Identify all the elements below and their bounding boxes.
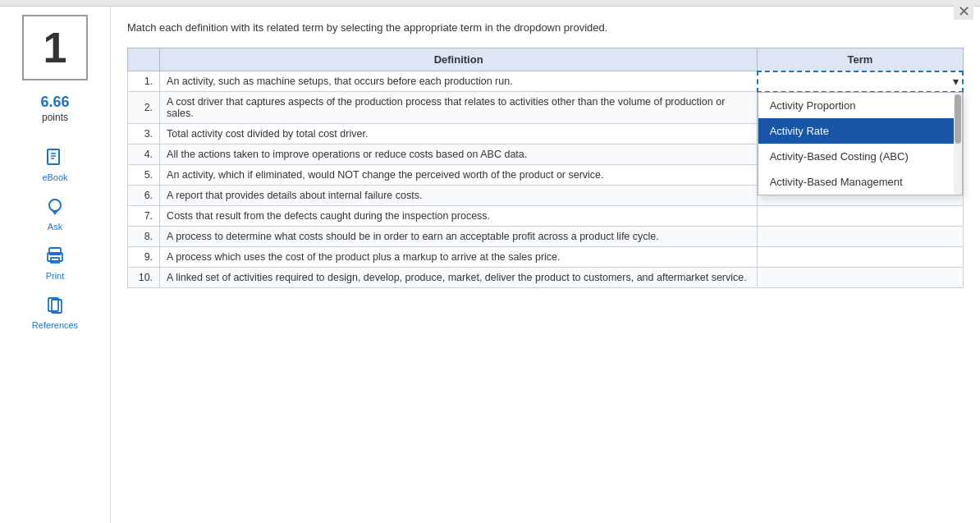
- references-icon: [44, 294, 66, 317]
- col-definition-header: Definition: [160, 48, 758, 71]
- dropdown-option[interactable]: Activity-Based Management: [758, 169, 962, 195]
- term-cell[interactable]: [758, 247, 963, 268]
- row-number: 10.: [128, 268, 160, 288]
- ask-tool[interactable]: Ask: [44, 195, 66, 232]
- ebook-label: eBook: [42, 172, 67, 182]
- svg-marker-5: [52, 210, 58, 215]
- col-term-header: Term: [758, 48, 963, 71]
- table-row: 1.An activity, such as machine setups, t…: [128, 71, 964, 92]
- dropdown-arrow[interactable]: ▾: [953, 75, 959, 88]
- svg-point-4: [49, 200, 61, 211]
- row-number: 6.: [128, 186, 160, 206]
- row-number: 4.: [128, 145, 160, 165]
- row-number: 9.: [128, 247, 160, 268]
- definition-cell: Costs that result from the defects caugh…: [160, 206, 758, 227]
- table-row: 8.A process to determine what costs shou…: [128, 227, 964, 247]
- row-number: 5.: [128, 165, 160, 186]
- col-num-header: [128, 48, 160, 71]
- ask-icon: [44, 195, 66, 218]
- scrollbar: [954, 93, 962, 195]
- print-label: Print: [46, 271, 65, 281]
- references-label: References: [32, 320, 78, 330]
- definition-cell: A cost driver that captures aspects of t…: [160, 92, 758, 124]
- table-row: 10.A linked set of activities required t…: [128, 268, 964, 288]
- definition-cell: A linked set of activities required to d…: [160, 268, 758, 288]
- question-number-box: 1: [22, 15, 88, 80]
- definition-cell: A report that provides details about int…: [160, 186, 758, 206]
- dropdown-items: Activity ProportionActivity RateActivity…: [758, 93, 962, 195]
- table-row: 7.Costs that result from the defects cau…: [128, 206, 964, 227]
- sidebar-tools: eBook Ask: [32, 146, 78, 330]
- definition-cell: An activity, which if eliminated, would …: [160, 165, 758, 186]
- definition-cell: Total activity cost divided by total cos…: [160, 124, 758, 145]
- print-icon: [44, 245, 66, 268]
- main-content: Match each definition with its related t…: [111, 7, 980, 523]
- svg-rect-8: [51, 258, 59, 263]
- dropdown-option[interactable]: Activity Proportion: [758, 93, 962, 118]
- definition-cell: All the actions taken to improve operati…: [160, 145, 758, 165]
- dropdown-option[interactable]: Activity Rate: [758, 118, 962, 144]
- print-tool[interactable]: Print: [44, 245, 66, 281]
- dropdown-option[interactable]: Activity-Based Costing (ABC): [758, 144, 962, 169]
- ebook-icon: [44, 146, 66, 169]
- row-number: 7.: [128, 206, 160, 227]
- sidebar: 1 6.66 points eBook: [0, 7, 111, 523]
- row-number: 3.: [128, 124, 160, 145]
- points-label: points: [42, 112, 68, 123]
- term-cell[interactable]: [758, 206, 963, 227]
- term-cell[interactable]: [758, 227, 963, 247]
- points-value: 6.66: [40, 94, 69, 112]
- references-tool[interactable]: References: [32, 294, 78, 330]
- term-cell[interactable]: [758, 268, 963, 288]
- definition-cell: A process to determine what costs should…: [160, 227, 758, 247]
- ebook-tool[interactable]: eBook: [42, 146, 67, 182]
- ask-label: Ask: [48, 222, 62, 232]
- definition-cell: A process which uses the cost of the pro…: [160, 247, 758, 268]
- row-number: 2.: [128, 92, 160, 124]
- instruction-text: Match each definition with its related t…: [127, 20, 964, 36]
- scroll-thumb: [955, 94, 961, 144]
- term-dropdown[interactable]: Activity ProportionActivity RateActivity…: [758, 92, 963, 195]
- table-row: 9.A process which uses the cost of the p…: [128, 247, 964, 268]
- row-number: 8.: [128, 227, 160, 247]
- definition-cell: An activity, such as machine setups, tha…: [160, 71, 758, 92]
- row-number: 1.: [128, 71, 160, 92]
- svg-rect-0: [48, 149, 59, 164]
- question-number: 1: [44, 23, 67, 72]
- term-cell[interactable]: ▾: [758, 71, 963, 92]
